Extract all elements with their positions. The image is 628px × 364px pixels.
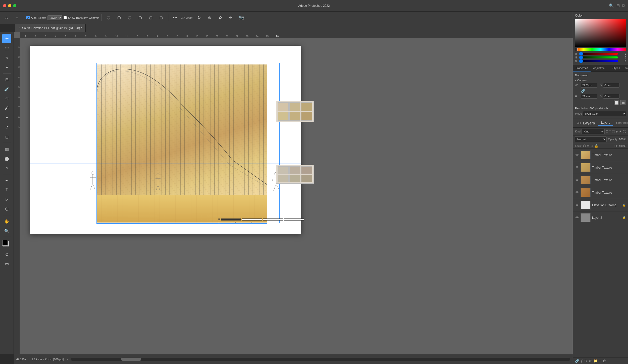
document-canvas[interactable]: 0 1 2 3 <box>30 46 301 234</box>
3d-rotate-button[interactable]: ↻ <box>195 13 204 22</box>
shape-tool[interactable]: ⬡ <box>2 204 11 213</box>
filter-effects-icon[interactable]: ★ <box>619 130 622 133</box>
portrait-button[interactable]: ⬜ <box>614 100 619 105</box>
align-right-button[interactable]: ⬡ <box>125 13 134 22</box>
layer-visibility-icon[interactable]: 👁 <box>575 203 579 207</box>
layer-item[interactable]: 👁 Timber Texture <box>573 161 628 174</box>
close-button[interactable] <box>3 4 6 7</box>
filter-pixel-icon[interactable]: ⬡ <box>606 130 608 133</box>
filter-kind-select[interactable]: Kind <box>582 129 605 134</box>
link-icon[interactable]: 🔗 <box>581 89 585 93</box>
clone-tool[interactable]: ✦ <box>2 113 11 122</box>
add-mask-button[interactable]: ⊙ <box>584 359 587 363</box>
transform-controls-checkbox[interactable]: Show Transform Controls <box>64 16 99 19</box>
foreground-color-swatch[interactable] <box>2 240 8 246</box>
layer-visibility-icon[interactable]: 👁 <box>575 153 579 157</box>
lock-position-icon[interactable]: ✏ <box>587 144 590 148</box>
new-group-button[interactable]: 📁 <box>593 359 598 363</box>
tab-adjustments[interactable]: Adjustme… <box>591 65 610 71</box>
search-icon[interactable]: 🔍 <box>609 3 614 8</box>
layer-item[interactable]: 👁 Timber Texture <box>573 186 628 199</box>
text-tool[interactable]: T <box>2 185 11 194</box>
layer-visibility-icon[interactable]: 👁 <box>575 166 579 169</box>
filter-shape-icon[interactable]: ⬚ <box>612 130 615 133</box>
history-tool[interactable]: ↺ <box>2 123 11 132</box>
crop-tool[interactable]: ⊞ <box>2 75 11 84</box>
lock-artboard-icon[interactable]: ⊕ <box>591 144 593 148</box>
filter-toggle-icon[interactable]: ◯ <box>623 130 626 133</box>
layers-tab-channels[interactable]: Channels <box>613 120 628 126</box>
filter-type-icon[interactable]: T <box>609 130 611 133</box>
3d-move-button[interactable]: ✛ <box>226 13 235 22</box>
move-tool-button[interactable]: ✛ <box>13 13 22 22</box>
more-options-button[interactable]: ••• <box>171 13 180 22</box>
x-input[interactable] <box>603 83 619 88</box>
auto-select-checkbox[interactable]: Auto-Select: <box>26 16 46 19</box>
fullscreen-button[interactable] <box>13 4 16 7</box>
home-button[interactable]: ⌂ <box>2 13 11 22</box>
layers-tab-layers[interactable]: Layers <box>598 120 613 126</box>
window-icon[interactable]: ⊟ <box>616 3 620 8</box>
hand-tool[interactable]: ✋ <box>2 217 11 226</box>
lock-all-icon[interactable]: 🔒 <box>594 144 598 148</box>
eyedropper-tool[interactable]: 💉 <box>2 85 11 94</box>
red-slider[interactable] <box>579 53 618 55</box>
y-input[interactable] <box>603 94 619 99</box>
delete-layer-button[interactable]: 🗑 <box>603 359 606 363</box>
layer-item[interactable]: 👁 Elevation Drawing 🔒 <box>573 199 628 211</box>
path-tool[interactable]: ⊳ <box>2 195 11 204</box>
height-input[interactable] <box>581 94 597 99</box>
expand-icon[interactable]: › <box>67 358 68 361</box>
landscape-button[interactable]: ▭ <box>620 100 626 105</box>
screen-mode-button[interactable]: ▭ <box>2 259 11 268</box>
link-layers-button[interactable]: 🔗 <box>575 359 579 363</box>
tab-3d[interactable]: 3D <box>575 120 583 126</box>
lasso-tool[interactable]: ⌾ <box>2 53 11 62</box>
scrollbar-thumb[interactable] <box>121 358 141 361</box>
width-input[interactable] <box>581 83 597 88</box>
tab-close-icon[interactable]: ✕ <box>19 27 21 29</box>
layer-item[interactable]: 👁 Timber Texture <box>573 174 628 186</box>
3d-scale-button[interactable]: 📷 <box>237 13 246 22</box>
blur-tool[interactable]: ⬤ <box>2 154 11 163</box>
dodge-tool[interactable]: ○ <box>2 164 11 173</box>
align-top-button[interactable]: ⬡ <box>136 13 145 22</box>
align-center-button[interactable]: ⬡ <box>115 13 124 22</box>
move-tool[interactable]: ✛ <box>2 34 11 43</box>
color-picker-gradient[interactable] <box>575 19 626 47</box>
quick-mask-button[interactable]: ⊙ <box>2 250 11 259</box>
new-adjustment-button[interactable]: ⊕ <box>589 359 592 363</box>
tab-properties[interactable]: Properties <box>573 65 591 71</box>
align-left-button[interactable]: ⬡ <box>104 13 113 22</box>
eraser-tool[interactable]: ◻ <box>2 132 11 141</box>
magic-wand-tool[interactable]: ✦ <box>2 63 11 72</box>
hue-slider-thumb[interactable] <box>575 48 578 51</box>
document-tab[interactable]: ✕ South Elevation PDF.pdf @ 42.1% (RGB/8… <box>15 24 86 32</box>
3d-orbit-button[interactable]: ✿ <box>216 13 225 22</box>
tab-swatches[interactable]: Swatches <box>622 65 628 71</box>
layer-dropdown[interactable]: Layer <box>47 15 62 20</box>
horizontal-scrollbar[interactable] <box>71 358 570 361</box>
arrange-icon[interactable]: ⧉ <box>622 4 625 8</box>
layer-visibility-icon[interactable]: 👁 <box>575 216 579 220</box>
minimize-button[interactable] <box>8 4 11 7</box>
filter-smartobj-icon[interactable]: ◈ <box>616 130 618 133</box>
layer-visibility-icon[interactable]: 👁 <box>575 191 579 194</box>
align-middle-button[interactable]: ⬡ <box>146 13 155 22</box>
add-style-button[interactable]: ƒ <box>581 359 583 363</box>
pen-tool[interactable]: ✒ <box>2 176 11 185</box>
tab-styles[interactable]: Styles <box>610 65 622 71</box>
green-slider[interactable] <box>579 56 618 58</box>
blue-slider[interactable] <box>579 60 618 62</box>
align-bottom-button[interactable]: ⬡ <box>157 13 166 22</box>
gradient-tool[interactable]: ▦ <box>2 144 11 154</box>
layer-item[interactable]: 👁 Timber Texture <box>573 149 628 161</box>
layer-item[interactable]: 👁 Layer 2 🔒 <box>573 211 628 224</box>
blend-mode-select[interactable]: Normal <box>575 136 607 142</box>
hue-spectrum-bar[interactable] <box>575 48 626 51</box>
new-layer-button[interactable]: + <box>599 359 601 363</box>
zoom-tool[interactable]: 🔍 <box>2 226 11 235</box>
lock-pixels-icon[interactable]: ⬡ <box>583 144 586 148</box>
brush-tool[interactable]: 🖌 <box>2 104 11 113</box>
healing-tool[interactable]: ⊕ <box>2 94 11 103</box>
